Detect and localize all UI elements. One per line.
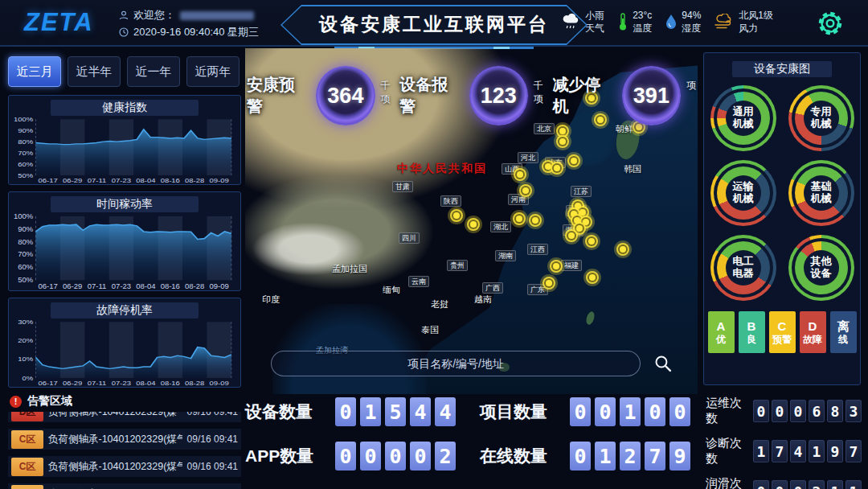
svg-text:60%: 60% <box>18 264 33 271</box>
device-count-value: 01544 <box>335 397 456 426</box>
kpi-unit: 千项 <box>381 79 400 106</box>
humidity-drop-icon <box>665 13 678 31</box>
china-map: 中华人民共和国朝鲜韩国印度孟加拉国缅甸老挝泰国越南孟加拉湾甘肃陕西山西河北北京山… <box>245 48 698 394</box>
platform-title-frame: 设备安康工业互联网平台 <box>280 5 588 49</box>
project-search-input[interactable] <box>271 351 641 376</box>
weather-strip: 小雨天气 23°c温度 94%湿度 <box>562 9 773 35</box>
project-marker[interactable] <box>559 138 566 145</box>
svg-text:60%: 60% <box>18 161 33 168</box>
right-counter-block: 运维次数 000683 诊断次数 174197 润滑次数 000211 <box>706 396 862 489</box>
project-marker[interactable] <box>559 128 566 134</box>
map-bay-of-bengal <box>272 304 426 394</box>
svg-text:08-28: 08-28 <box>185 283 204 290</box>
project-marker[interactable] <box>470 221 477 228</box>
settings-gear-icon[interactable] <box>815 8 845 39</box>
search-icon[interactable] <box>653 354 673 373</box>
svg-text:50%: 50% <box>18 277 33 284</box>
project-count-value: 00100 <box>570 397 690 426</box>
donut-basic-machinery[interactable]: 基础 机械 <box>788 160 854 226</box>
alert-warning-icon: ! <box>10 396 22 408</box>
kpi-label: 设备报警 <box>399 74 463 117</box>
svg-text:07-11: 07-11 <box>88 283 107 290</box>
time-range-tabs: 近三月 近半年 近一年 近两年 <box>8 56 241 87</box>
svg-text:80%: 80% <box>18 238 33 245</box>
svg-text:100%: 100% <box>14 212 33 220</box>
panel-title: 设备安康图 <box>732 61 832 77</box>
tab-recent-2-years[interactable]: 近两年 <box>186 56 240 87</box>
svg-text:0%: 0% <box>22 375 33 382</box>
project-marker[interactable] <box>546 280 552 286</box>
project-marker[interactable] <box>571 158 577 164</box>
kpi-circle: 364 <box>316 66 375 125</box>
weather-rain: 小雨天气 <box>562 9 604 35</box>
svg-text:06-29: 06-29 <box>63 283 82 290</box>
project-marker[interactable] <box>589 274 596 281</box>
map-search-bar <box>271 351 673 376</box>
weather-label: 温度 <box>633 22 652 35</box>
platform-title: 设备安康工业互联网平台 <box>282 6 586 43</box>
weather-humidity: 94%湿度 <box>665 9 701 35</box>
weather-label: 风力 <box>739 22 773 35</box>
project-marker[interactable] <box>516 216 522 222</box>
alert-list[interactable]: D区 负荷侧轴承-10401202329(煤气引风机电... 09/16 09:… <box>8 412 241 489</box>
donut-electrical-equipment[interactable]: 电工 电器 <box>710 235 776 301</box>
project-marker[interactable] <box>553 263 559 269</box>
alert-row[interactable]: C区 负荷侧轴承-10401202329(煤气引风机电... 09/16 09:… <box>8 429 241 450</box>
project-marker[interactable] <box>588 238 595 244</box>
project-marker[interactable] <box>545 163 551 170</box>
svg-text:10%: 10% <box>18 355 33 363</box>
project-marker[interactable] <box>574 217 580 224</box>
wind-icon <box>714 14 735 30</box>
project-marker[interactable] <box>453 212 460 219</box>
weather-label: 湿度 <box>682 22 701 35</box>
tab-recent-3-months[interactable]: 近三月 <box>8 56 61 87</box>
donut-special-machinery[interactable]: 专用 机械 <box>788 85 854 151</box>
project-marker[interactable] <box>575 203 581 209</box>
svg-text:07-11: 07-11 <box>88 178 107 185</box>
svg-text:08-28: 08-28 <box>185 178 205 185</box>
svg-text:90%: 90% <box>18 225 33 232</box>
project-marker[interactable] <box>522 187 529 194</box>
health-index-panel: 健康指数 100%90%80%70%60%50%06-1706-2907-110… <box>8 95 241 185</box>
project-marker[interactable] <box>568 232 575 239</box>
health-index-chart: 100%90%80%70%60%50%06-1706-2907-1107-230… <box>9 116 240 185</box>
svg-text:20%: 20% <box>18 337 33 344</box>
kpi-label: 减少停机 <box>553 74 616 117</box>
svg-text:09-09: 09-09 <box>210 380 230 388</box>
alert-row[interactable]: D区 负荷侧轴承-10401202329(煤气引风机电... 09/16 09:… <box>8 412 241 422</box>
tab-recent-1-year[interactable]: 近一年 <box>127 56 180 87</box>
equipment-health-panel: 设备安康图 通用 机械 专用 机械 运输 机械 基础 机械 电工 电器 其他 设… <box>703 52 861 385</box>
kpi-device-alarm: 设备报警 123 千项 <box>399 66 552 125</box>
alert-time: 09/16 09:41 <box>187 461 238 472</box>
svg-text:06-17: 06-17 <box>39 178 59 185</box>
username-redacted <box>180 11 254 20</box>
svg-text:06-17: 06-17 <box>39 380 59 388</box>
weather-wind: 北风1级风力 <box>714 9 773 35</box>
project-marker[interactable] <box>583 219 589 225</box>
project-marker[interactable] <box>576 225 583 232</box>
project-marker[interactable] <box>571 211 577 217</box>
svg-text:80%: 80% <box>18 138 33 146</box>
lubrication-count-value: 000211 <box>753 480 862 489</box>
project-marker[interactable] <box>579 209 586 216</box>
zeta-logo: ZETA <box>24 8 94 37</box>
svg-text:08-04: 08-04 <box>136 178 156 185</box>
alert-row[interactable]: C区 负荷侧轴承-10401202329(煤气引风机电... 09/16 09:… <box>8 456 241 477</box>
tab-recent-6-months[interactable]: 近半年 <box>68 56 121 87</box>
kpi-circle: 391 <box>622 66 681 125</box>
chart-title: 健康指数 <box>51 100 199 116</box>
project-marker[interactable] <box>532 217 538 224</box>
svg-text:06-29: 06-29 <box>63 178 83 185</box>
project-marker[interactable] <box>554 165 560 171</box>
donut-general-machinery[interactable]: 通用 机械 <box>710 85 776 151</box>
donut-transport-machinery[interactable]: 运输 机械 <box>710 160 776 226</box>
project-marker[interactable] <box>517 171 523 178</box>
svg-text:30%: 30% <box>18 318 33 326</box>
alert-row[interactable]: C区 齿轮箱输入端-10401202412(2#（2V）... 09/16 09… <box>8 483 241 489</box>
donut-other-equipment[interactable]: 其他 设备 <box>788 235 854 301</box>
map-label: 贵州 <box>447 260 468 271</box>
alert-zone-badge: C区 <box>11 430 43 449</box>
weather-value: 94% <box>682 9 701 22</box>
project-marker[interactable] <box>620 246 626 253</box>
svg-text:08-04: 08-04 <box>136 283 155 290</box>
